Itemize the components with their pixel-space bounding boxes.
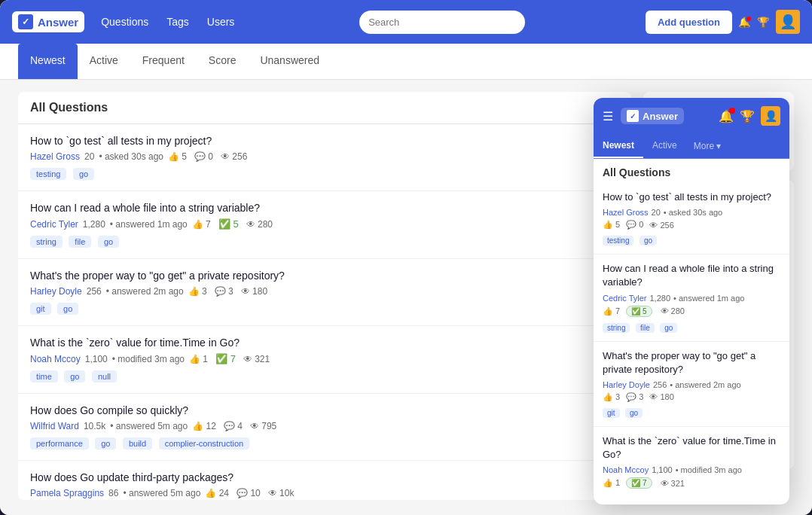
table-row: How does Go compile so quickly? Wilfrid … [18, 394, 631, 461]
questions-title: All Questions [30, 101, 108, 114]
tab-active[interactable]: Active [78, 44, 130, 79]
tab-score[interactable]: Score [197, 44, 249, 79]
mobile-tag-git[interactable]: git [603, 408, 620, 418]
question-meta: Pamela Spraggins 86 • answered 5m ago 👍 … [30, 488, 619, 498]
question-author[interactable]: Harley Doyle [30, 286, 82, 297]
tag-performance[interactable]: performance [30, 437, 89, 449]
votes-stat: 👍 24 [205, 488, 229, 498]
question-author[interactable]: Noah Mccoy [30, 354, 81, 364]
question-title[interactable]: What is the `zero` value for time.Time i… [30, 337, 619, 349]
mobile-tab-more[interactable]: More ▾ [686, 134, 729, 158]
nav-questions[interactable]: Questions [96, 13, 153, 31]
search-input[interactable] [359, 11, 525, 34]
question-author[interactable]: Cedric Tyler [30, 219, 78, 230]
question-author[interactable]: Wilfrid Ward [30, 421, 79, 431]
table-row: How does Go update third-party packages?… [18, 461, 631, 500]
mobile-question-author[interactable]: Cedric Tyler [603, 294, 646, 303]
tab-frequent[interactable]: Frequent [130, 44, 197, 79]
mobile-tag-go[interactable]: go [640, 236, 657, 245]
trophy-icon: 🏆 [757, 17, 770, 28]
menu-icon: ☰ [603, 110, 613, 123]
question-tags: git go [30, 301, 619, 315]
mobile-question-title[interactable]: How to `go test` all tests in my project… [603, 190, 780, 204]
tag-compiler[interactable]: complier-construction [159, 437, 250, 449]
tab-newest[interactable]: Newest [18, 44, 78, 79]
mobile-votes: 👍 7 [603, 306, 620, 316]
table-row: What is the `zero` value for time.Time i… [594, 427, 789, 493]
mobile-views: 👁 321 [661, 479, 685, 488]
tag-go[interactable]: go [95, 437, 116, 449]
tag-file[interactable]: file [69, 236, 91, 248]
table-row: What's the proper way to "go get" a priv… [594, 342, 789, 427]
tag-string[interactable]: string [30, 236, 63, 248]
tab-unanswered[interactable]: Unanswered [248, 44, 331, 79]
table-row: How can I read a whole file into a strin… [594, 254, 789, 341]
comments-stat: 💬 0 [194, 151, 213, 162]
comments-stat: 💬 10 [237, 488, 261, 498]
mobile-menu-button[interactable]: ☰ [603, 109, 613, 123]
mobile-accepted: ✅ 7 [626, 477, 652, 489]
meta-stats: 👍 12 💬 4 👁 795 [192, 421, 276, 431]
question-title[interactable]: How does Go compile so quickly? [30, 404, 619, 416]
tag-go[interactable]: go [57, 303, 78, 315]
avatar[interactable]: 👤 [776, 10, 800, 34]
tag-go[interactable]: go [98, 236, 119, 248]
meta-stats: 👍 3 💬 3 👁 180 [188, 286, 267, 297]
question-title[interactable]: How does Go update third-party packages? [30, 471, 619, 483]
tag-time[interactable]: time [30, 370, 58, 382]
tag-testing[interactable]: testing [30, 168, 66, 180]
nav-tags[interactable]: Tags [162, 13, 194, 31]
mobile-tag-go[interactable]: go [660, 323, 677, 333]
mobile-question-meta: Cedric Tyler 1,280 • answered 1m ago [603, 294, 780, 303]
question-title[interactable]: How to `go test` all tests in my project… [30, 135, 619, 147]
table-row: How to `go test` all tests in my project… [594, 183, 789, 254]
mobile-tag-file[interactable]: file [636, 323, 655, 333]
mobile-tag-go[interactable]: go [625, 408, 643, 418]
tag-go[interactable]: go [64, 370, 85, 382]
question-title[interactable]: How can I read a whole file into a strin… [30, 202, 619, 214]
nav-users[interactable]: Users [203, 13, 240, 31]
tag-go[interactable]: go [73, 168, 94, 180]
mobile-tab-active[interactable]: Active [643, 134, 686, 158]
question-author[interactable]: Pamela Spraggins [30, 488, 104, 498]
mobile-notification-button[interactable]: 🔔 [719, 109, 734, 123]
question-tags: performance go build complier-constructi… [30, 436, 619, 449]
mobile-question-author[interactable]: Harley Doyle [603, 380, 650, 389]
mobile-question-tags: string file go [603, 320, 780, 334]
questions-header: All Questions [18, 92, 631, 124]
question-title[interactable]: What's the proper way to "go get" a priv… [30, 270, 619, 282]
accepted-stat: ✅ 7 [215, 353, 236, 364]
tag-null[interactable]: null [92, 370, 117, 382]
tag-git[interactable]: git [30, 303, 51, 315]
comments-stat: 💬 4 [224, 421, 243, 431]
add-question-button[interactable]: Add question [646, 11, 732, 34]
question-author[interactable]: Hazel Gross [30, 151, 80, 162]
mobile-overlay: ☰ Answer 🔔 🏆 👤 Newest Active [594, 98, 789, 504]
tag-build[interactable]: build [123, 437, 152, 449]
mobile-tag-testing[interactable]: testing [603, 236, 633, 245]
author-score: 1,280 [83, 219, 105, 230]
question-meta: Wilfrid Ward 10.5k • answered 5m ago 👍 1… [30, 421, 619, 431]
questions-panel: All Questions How to `go test` all tests… [18, 92, 631, 500]
question-tags: string file go [30, 234, 619, 248]
notification-button[interactable]: 🔔 [738, 17, 751, 28]
mobile-notification-badge [729, 108, 735, 114]
mobile-question-author[interactable]: Hazel Gross [603, 208, 649, 217]
table-row: How can I read a whole file into a strin… [18, 191, 631, 259]
mobile-logo[interactable]: Answer [621, 108, 684, 124]
mobile-question-title[interactable]: What is the `zero` value for time.Time i… [603, 434, 780, 462]
views-stat: 👁 795 [250, 421, 276, 431]
tab-bar: Newest Active Frequent Score Unanswered [0, 44, 812, 80]
screen-wrapper: Answer Questions Tags Users Add question… [0, 0, 812, 515]
logo[interactable]: Answer [12, 11, 84, 32]
trophy-button[interactable]: 🏆 [757, 17, 770, 28]
mobile-trophy-button[interactable]: 🏆 [740, 109, 755, 123]
mobile-question-title[interactable]: How can I read a whole file into a strin… [603, 262, 780, 289]
mobile-question-author[interactable]: Noah Mccoy [603, 465, 649, 474]
mobile-tab-newest[interactable]: Newest [594, 134, 643, 158]
mobile-votes: 👍 1 [603, 478, 620, 488]
mobile-tag-string[interactable]: string [603, 323, 630, 333]
mobile-question-title[interactable]: What's the proper way to "go get" a priv… [603, 349, 780, 376]
mobile-accepted: ✅ 5 [626, 306, 652, 317]
mobile-avatar[interactable]: 👤 [761, 106, 780, 126]
